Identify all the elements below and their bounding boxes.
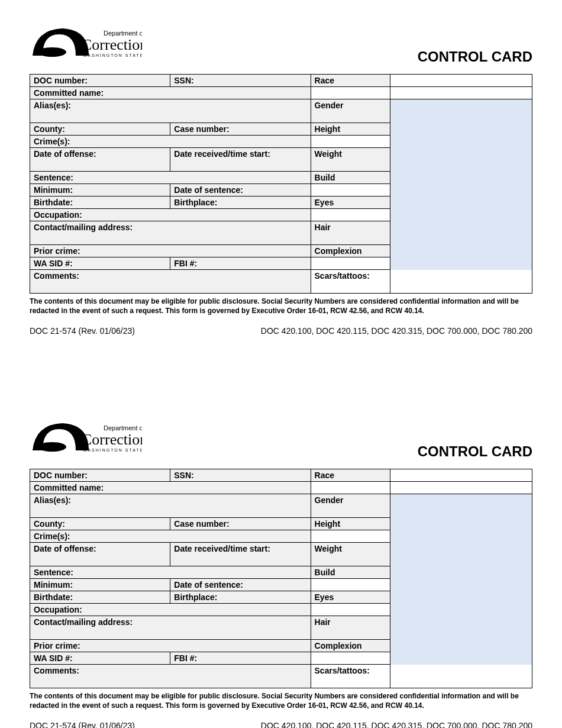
photo-area (390, 99, 532, 294)
date-received-label: Date received/time start: (170, 543, 311, 566)
control-card: Department of Corrections WASHINGTON STA… (0, 0, 562, 342)
county-label: County: (30, 518, 170, 530)
minimum-label: Minimum: (30, 579, 170, 591)
complexion-label: Complexion (311, 245, 390, 257)
crimes-label: Crime(s): (30, 530, 311, 543)
footer-left: DOC 21-574 (Rev. 01/06/23) (30, 326, 135, 336)
date-offense-label: Date of offense: (30, 543, 170, 566)
wa-sid-label: WA SID #: (30, 257, 170, 270)
control-card-dup: Department of Corrections WASHINGTON STA… (0, 395, 562, 728)
photo-area (390, 494, 532, 688)
committed-name-label: Committed name: (30, 87, 311, 99)
race-label: Race (311, 469, 390, 482)
birthplace-label: Birthplace: (170, 197, 311, 209)
footer: DOC 21-574 (Rev. 01/06/23) DOC 420.100, … (30, 326, 532, 336)
contact-label: Contact/mailing address: (30, 616, 311, 640)
date-sentence-label: Date of sentence: (170, 579, 311, 591)
aliases-label: Alias(es): (30, 494, 311, 518)
committed-name-label: Committed name: (30, 482, 311, 494)
form-table: DOC number: SSN: Race Committed name: Al… (30, 74, 532, 294)
aliases-label: Alias(es): (30, 99, 311, 123)
gender-label: Gender (311, 494, 390, 518)
occupation-label: Occupation: (30, 209, 311, 221)
page-title: CONTROL CARD (418, 49, 532, 65)
footer-right: DOC 420.100, DOC 420.115, DOC 420.315, D… (261, 721, 532, 728)
hair-label: Hair (311, 221, 390, 245)
wa-sid-label: WA SID #: (30, 652, 170, 665)
footer-left: DOC 21-574 (Rev. 01/06/23) (30, 721, 135, 728)
doc-number-label: DOC number: (30, 469, 170, 482)
photo-cell-top (390, 75, 532, 87)
form-table: DOC number: SSN: Race Committed name: Al… (30, 469, 532, 688)
svg-text:Corrections: Corrections (82, 431, 142, 448)
build-label: Build (311, 172, 390, 184)
header: Department of Corrections WASHINGTON STA… (30, 18, 532, 65)
sentence-label: Sentence: (30, 566, 311, 579)
occupation-label: Occupation: (30, 604, 311, 616)
gender-label: Gender (311, 99, 390, 123)
svg-text:WASHINGTON STATE: WASHINGTON STATE (83, 448, 142, 452)
fbi-label: FBI #: (170, 652, 311, 665)
footer: DOC 21-574 (Rev. 01/06/23) DOC 420.100, … (30, 721, 532, 728)
date-offense-label: Date of offense: (30, 148, 170, 172)
page-title: CONTROL CARD (418, 443, 532, 460)
birthplace-label: Birthplace: (170, 591, 311, 604)
crimes-label: Crime(s): (30, 136, 311, 148)
disclaimer: The contents of this document may be eli… (30, 297, 532, 315)
county-label: County: (30, 123, 170, 136)
doc-logo: Department of Corrections WASHINGTON STA… (30, 18, 142, 65)
build-label: Build (311, 566, 390, 579)
doc-number-label: DOC number: (30, 75, 170, 87)
height-label: Height (311, 518, 390, 530)
eyes-label: Eyes (311, 591, 390, 604)
svg-text:Corrections: Corrections (82, 36, 142, 53)
svg-point-4 (38, 442, 66, 452)
doc-logo: Department of Corrections WASHINGTON STA… (30, 413, 142, 460)
footer-right: DOC 420.100, DOC 420.115, DOC 420.315, D… (261, 326, 532, 336)
comments-label: Comments: (30, 270, 311, 294)
comments-label: Comments: (30, 665, 311, 688)
prior-crime-label: Prior crime: (30, 640, 311, 652)
weight-label: Weight (311, 148, 390, 172)
svg-point-0 (38, 47, 66, 57)
prior-crime-label: Prior crime: (30, 245, 311, 257)
sentence-label: Sentence: (30, 172, 311, 184)
birthdate-label: Birthdate: (30, 591, 170, 604)
date-received-label: Date received/time start: (170, 148, 311, 172)
race-label: Race (311, 75, 390, 87)
minimum-label: Minimum: (30, 184, 170, 197)
hair-label: Hair (311, 616, 390, 640)
disclaimer: The contents of this document may be eli… (30, 692, 532, 710)
height-label: Height (311, 123, 390, 136)
date-sentence-label: Date of sentence: (170, 184, 311, 197)
scars-label: Scars/tattoos: (311, 270, 532, 294)
fbi-label: FBI #: (170, 257, 311, 270)
scars-label: Scars/tattoos: (311, 665, 532, 688)
birthdate-label: Birthdate: (30, 197, 170, 209)
weight-label: Weight (311, 543, 390, 566)
header: Department of Corrections WASHINGTON STA… (30, 413, 532, 460)
ssn-label: SSN: (170, 75, 311, 87)
svg-text:WASHINGTON STATE: WASHINGTON STATE (83, 53, 142, 57)
photo-cell-top (390, 469, 532, 482)
contact-label: Contact/mailing address: (30, 221, 311, 245)
case-number-label: Case number: (170, 123, 311, 136)
ssn-label: SSN: (170, 469, 311, 482)
case-number-label: Case number: (170, 518, 311, 530)
eyes-label: Eyes (311, 197, 390, 209)
complexion-label: Complexion (311, 640, 390, 652)
